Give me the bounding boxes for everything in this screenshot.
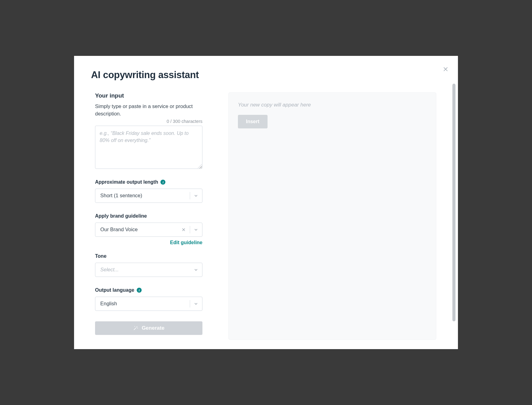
tone-select[interactable]: Select... (95, 263, 202, 277)
modal-title: AI copywriting assistant (91, 69, 199, 81)
clear-brand-guideline[interactable] (177, 223, 190, 236)
char-counter: 0 / 300 characters (95, 119, 202, 124)
close-button[interactable] (443, 66, 449, 72)
output-language-select[interactable]: English (95, 297, 202, 311)
output-placeholder: Your new copy will appear here (238, 102, 427, 108)
input-description: Simply type or paste in a service or pro… (95, 103, 202, 118)
description-textarea[interactable] (95, 126, 202, 169)
chevron-down-icon (190, 223, 202, 236)
output-language-value: English (95, 301, 190, 307)
modal-content: Your input Simply type or paste in a ser… (95, 92, 446, 340)
insert-button[interactable]: Insert (238, 115, 268, 128)
magic-wand-icon (133, 325, 139, 331)
output-panel: Your new copy will appear here Insert (228, 92, 436, 340)
close-icon (181, 227, 186, 232)
tone-placeholder: Select... (95, 267, 190, 273)
brand-guideline-select[interactable]: Our Brand Voice (95, 223, 202, 237)
chevron-down-icon (190, 189, 202, 203)
field-tone: Tone Select... (95, 253, 202, 277)
field-brand-guideline: Apply brand guideline Our Brand Voice Ed… (95, 213, 202, 245)
generate-label: Generate (142, 325, 164, 331)
input-panel: Your input Simply type or paste in a ser… (95, 92, 202, 340)
output-length-select[interactable]: Short (1 sentence) (95, 189, 202, 203)
info-icon[interactable]: i (137, 288, 142, 293)
brand-guideline-label: Apply brand guideline (95, 213, 147, 219)
tone-label: Tone (95, 253, 106, 259)
scrollbar-track[interactable] (452, 84, 455, 321)
chevron-down-icon (190, 297, 202, 311)
field-output-language: Output language i English (95, 287, 202, 311)
insert-label: Insert (246, 119, 260, 124)
output-length-value: Short (1 sentence) (95, 193, 190, 198)
scrollbar-thumb[interactable] (452, 84, 455, 321)
brand-guideline-value: Our Brand Voice (95, 227, 177, 232)
edit-guideline-link[interactable]: Edit guideline (170, 240, 202, 245)
output-length-label: Approximate output length (95, 179, 158, 185)
ai-copywriting-modal: AI copywriting assistant Your input Simp… (74, 56, 458, 349)
chevron-down-icon (190, 263, 202, 277)
close-icon (443, 66, 449, 72)
generate-button[interactable]: Generate (95, 321, 202, 335)
input-heading: Your input (95, 92, 202, 99)
field-output-length: Approximate output length i Short (1 sen… (95, 179, 202, 203)
output-language-label: Output language (95, 287, 134, 293)
info-icon[interactable]: i (160, 180, 165, 185)
